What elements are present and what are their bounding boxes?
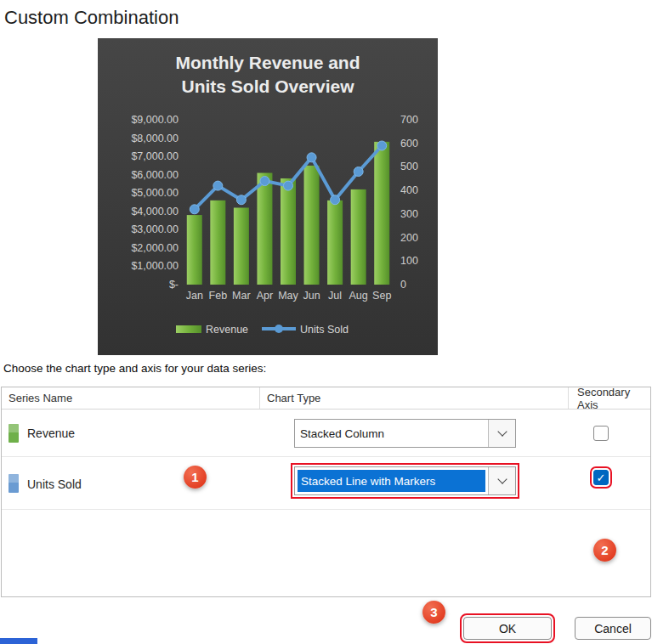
units-sold-chart-type-value: Stacked Line with Markers bbox=[298, 470, 485, 492]
svg-text:100: 100 bbox=[400, 255, 418, 267]
revenue-series-label: Revenue bbox=[27, 427, 75, 440]
svg-text:0: 0 bbox=[400, 279, 406, 291]
step-3-annotation: 3 bbox=[422, 601, 445, 624]
units-sold-chart-type-dropdown[interactable]: Stacked Line with Markers bbox=[294, 466, 516, 495]
svg-text:$6,000.00: $6,000.00 bbox=[131, 169, 179, 181]
svg-text:Jan: Jan bbox=[186, 290, 203, 302]
svg-text:Mar: Mar bbox=[232, 290, 251, 302]
svg-text:Aug: Aug bbox=[349, 290, 368, 302]
svg-text:400: 400 bbox=[400, 184, 418, 196]
table-header: Series Name Chart Type Secondary Axis bbox=[2, 387, 650, 410]
svg-text:Jul: Jul bbox=[328, 290, 342, 302]
header-series-name: Series Name bbox=[2, 387, 260, 409]
svg-text:Units Sold: Units Sold bbox=[300, 324, 349, 336]
svg-text:500: 500 bbox=[400, 161, 418, 172]
step-1-annotation: 1 bbox=[184, 466, 207, 489]
svg-text:$7,000.00: $7,000.00 bbox=[131, 150, 179, 162]
svg-text:Revenue: Revenue bbox=[206, 324, 248, 336]
svg-text:May: May bbox=[278, 290, 298, 302]
units-sold-series-swatch-icon bbox=[9, 474, 19, 493]
svg-text:Apr: Apr bbox=[257, 290, 273, 302]
instruction-text: Choose the chart type and axis for your … bbox=[3, 362, 266, 375]
revenue-chart-type-value: Stacked Column bbox=[295, 420, 488, 447]
svg-text:Units Sold Overview: Units Sold Overview bbox=[181, 76, 354, 96]
revenue-secondary-axis-checkbox[interactable] bbox=[593, 426, 609, 441]
revenue-series-swatch-icon bbox=[9, 424, 19, 443]
chart-svg: Monthly Revenue andUnits Sold Overview$9… bbox=[98, 38, 438, 355]
svg-text:$4,000.00: $4,000.00 bbox=[131, 206, 179, 217]
table-row-revenue[interactable]: Revenue Stacked Column bbox=[2, 410, 650, 457]
ok-button[interactable]: OK bbox=[463, 617, 552, 640]
page-title: Custom Combination bbox=[4, 7, 179, 29]
svg-text:Feb: Feb bbox=[209, 290, 228, 302]
chart-preview: Monthly Revenue andUnits Sold Overview$9… bbox=[98, 38, 534, 355]
svg-text:Sep: Sep bbox=[372, 290, 391, 302]
svg-text:Jun: Jun bbox=[303, 290, 320, 302]
svg-text:600: 600 bbox=[400, 138, 418, 150]
svg-text:$9,000.00: $9,000.00 bbox=[131, 114, 179, 126]
series-table: Series Name Chart Type Secondary Axis Re… bbox=[1, 387, 651, 597]
svg-text:$5,000.00: $5,000.00 bbox=[131, 187, 179, 199]
svg-text:200: 200 bbox=[400, 232, 418, 244]
revenue-chart-type-dropdown[interactable]: Stacked Column bbox=[294, 419, 516, 448]
svg-text:Monthly Revenue and: Monthly Revenue and bbox=[175, 53, 360, 72]
step-2-annotation: 2 bbox=[593, 539, 616, 562]
svg-text:$1,000.00: $1,000.00 bbox=[131, 260, 179, 272]
units-sold-dropdown-button[interactable] bbox=[488, 467, 515, 494]
custom-combination-dialog: Custom Combination Monthly Revenue andUn… bbox=[0, 0, 652, 644]
svg-text:700: 700 bbox=[400, 114, 418, 126]
svg-text:$8,000.00: $8,000.00 bbox=[131, 133, 179, 144]
svg-text:300: 300 bbox=[400, 208, 418, 220]
taskbar-fragment bbox=[0, 638, 37, 644]
chevron-down-icon bbox=[497, 427, 507, 436]
header-chart-type: Chart Type bbox=[260, 387, 569, 409]
table-row-units-sold[interactable]: Units Sold Stacked Line with Markers ✓ bbox=[2, 457, 650, 510]
header-secondary-axis: Secondary Axis bbox=[569, 387, 650, 409]
units-sold-secondary-axis-checkbox[interactable]: ✓ bbox=[593, 470, 609, 485]
svg-text:$-: $- bbox=[169, 279, 179, 291]
chevron-down-icon bbox=[497, 474, 507, 483]
units-sold-series-label: Units Sold bbox=[27, 477, 82, 491]
cancel-button[interactable]: Cancel bbox=[575, 617, 651, 640]
revenue-dropdown-button[interactable] bbox=[488, 420, 515, 447]
svg-text:$2,000.00: $2,000.00 bbox=[131, 242, 179, 254]
svg-text:$3,000.00: $3,000.00 bbox=[131, 223, 179, 235]
